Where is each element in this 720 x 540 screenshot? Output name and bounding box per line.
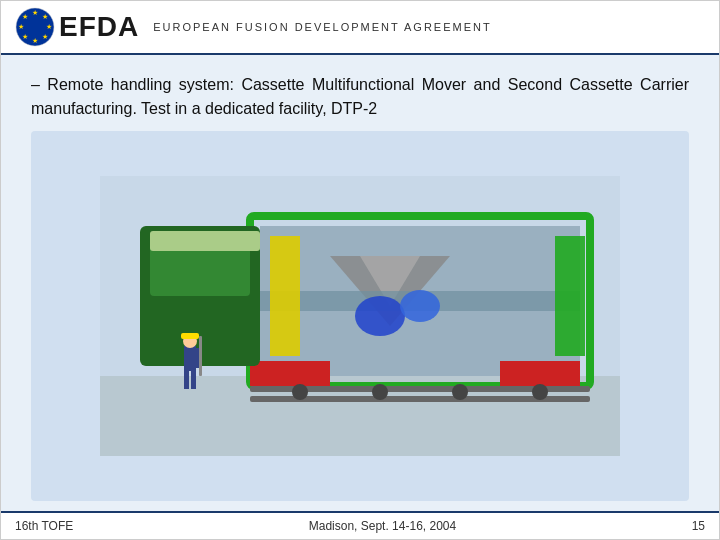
- svg-rect-19: [500, 361, 580, 386]
- svg-rect-24: [150, 231, 260, 251]
- efda-logo: ★ ★ ★ ★ ★ ★ ★ ★ EFDA: [15, 7, 139, 47]
- footer-center: Madison, Sept. 14-16, 2004: [309, 519, 456, 533]
- svg-rect-29: [191, 371, 196, 389]
- footer-left: 16th TOFE: [15, 519, 73, 533]
- eu-stars-icon: ★ ★ ★ ★ ★ ★ ★ ★: [15, 7, 55, 47]
- svg-text:★: ★: [32, 9, 38, 16]
- svg-rect-27: [181, 333, 199, 339]
- svg-rect-31: [199, 336, 202, 376]
- header: ★ ★ ★ ★ ★ ★ ★ ★ EFDA EUROPEAN FUSION DEV…: [1, 1, 719, 55]
- svg-point-36: [452, 384, 468, 400]
- svg-point-35: [372, 384, 388, 400]
- svg-text:★: ★: [42, 33, 48, 40]
- svg-rect-18: [250, 361, 330, 386]
- svg-point-37: [532, 384, 548, 400]
- svg-text:★: ★: [32, 37, 38, 44]
- svg-point-34: [292, 384, 308, 400]
- svg-rect-25: [184, 346, 196, 371]
- machine-svg: [100, 176, 620, 456]
- bullet-text: – Remote handling system: Cassette Multi…: [31, 73, 689, 121]
- svg-point-20: [355, 296, 405, 336]
- svg-rect-28: [184, 371, 189, 389]
- svg-point-21: [400, 290, 440, 322]
- svg-text:★: ★: [42, 13, 48, 20]
- slide: ★ ★ ★ ★ ★ ★ ★ ★ EFDA EUROPEAN FUSION DEV…: [0, 0, 720, 540]
- svg-text:★: ★: [22, 33, 28, 40]
- logo-text: EFDA: [59, 11, 139, 43]
- main-content: – Remote handling system: Cassette Multi…: [1, 55, 719, 511]
- footer-right: 15: [692, 519, 705, 533]
- machine-image: [31, 131, 689, 501]
- svg-text:★: ★: [18, 23, 24, 30]
- svg-text:★: ★: [46, 23, 52, 30]
- svg-text:★: ★: [22, 13, 28, 20]
- svg-rect-17: [555, 236, 585, 356]
- footer: 16th TOFE Madison, Sept. 14-16, 2004 15: [1, 511, 719, 539]
- header-subtitle: EUROPEAN FUSION DEVELOPMENT AGREEMENT: [153, 21, 491, 33]
- svg-rect-16: [270, 236, 300, 356]
